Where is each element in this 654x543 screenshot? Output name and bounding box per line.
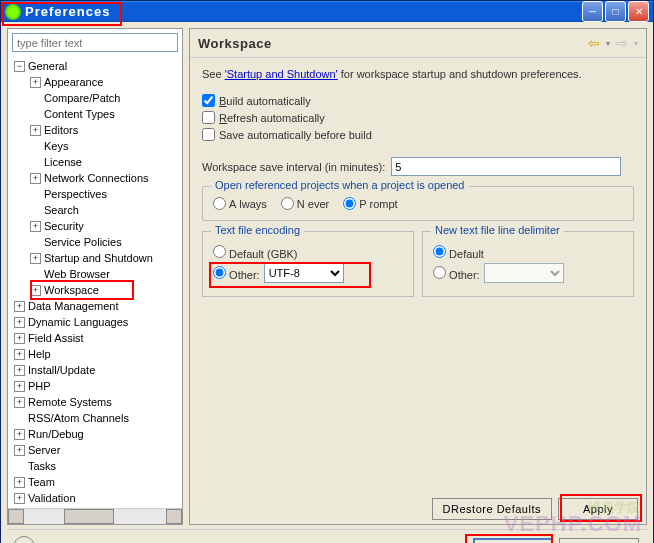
expand-icon[interactable]: +: [30, 77, 41, 88]
refresh-automatically-checkbox[interactable]: [202, 111, 215, 124]
tree-item[interactable]: +Appearance: [8, 74, 182, 90]
delimiter-other-radio[interactable]: Other:: [433, 266, 480, 281]
expand-icon[interactable]: +: [14, 317, 25, 328]
expand-icon[interactable]: +: [30, 173, 41, 184]
expand-icon[interactable]: +: [14, 349, 25, 360]
expand-icon[interactable]: +: [30, 221, 41, 232]
open-referenced-group-title: Open referenced projects when a project …: [211, 179, 469, 191]
expand-icon[interactable]: +: [14, 381, 25, 392]
tree-item[interactable]: +Data Management: [8, 298, 182, 314]
ok-button[interactable]: OK: [473, 538, 553, 543]
scroll-right-arrow[interactable]: [166, 509, 182, 524]
see-link-text: See 'Startup and Shutdown' for workspace…: [202, 68, 634, 80]
tree-item[interactable]: +Validation: [8, 490, 182, 506]
expand-icon[interactable]: +: [30, 285, 41, 296]
expand-icon[interactable]: −: [14, 61, 25, 72]
help-icon[interactable]: ?: [13, 536, 35, 543]
app-icon: [5, 4, 21, 20]
filter-input[interactable]: [12, 33, 178, 52]
expand-icon[interactable]: +: [14, 445, 25, 456]
startup-shutdown-link[interactable]: 'Startup and Shutdown': [225, 68, 338, 80]
tree-item[interactable]: License: [8, 154, 182, 170]
tree-item[interactable]: Compare/Patch: [8, 90, 182, 106]
build-automatically-checkbox[interactable]: [202, 94, 215, 107]
preferences-tree-panel: −General+AppearanceCompare/PatchContent …: [7, 28, 183, 525]
tree-item[interactable]: −General: [8, 58, 182, 74]
tree-item[interactable]: +Security: [8, 218, 182, 234]
preferences-tree[interactable]: −General+AppearanceCompare/PatchContent …: [8, 56, 182, 508]
tree-item[interactable]: Search: [8, 202, 182, 218]
tree-item[interactable]: +Server: [8, 442, 182, 458]
expand-icon[interactable]: +: [14, 397, 25, 408]
preferences-content-panel: Workspace ⇦▾ ⇨▾ See 'Startup and Shutdow…: [189, 28, 647, 525]
delimiter-select: [484, 263, 564, 283]
minimize-button[interactable]: ─: [582, 1, 603, 22]
scroll-thumb[interactable]: [64, 509, 114, 524]
tree-item[interactable]: +PHP: [8, 378, 182, 394]
build-automatically-label: BBuild automaticallyuild automatically: [219, 95, 311, 107]
tree-item[interactable]: Keys: [8, 138, 182, 154]
close-button[interactable]: ✕: [628, 1, 649, 22]
expand-icon[interactable]: +: [30, 125, 41, 136]
tree-item[interactable]: Service Policies: [8, 234, 182, 250]
tree-item[interactable]: +Startup and Shutdown: [8, 250, 182, 266]
tree-item[interactable]: RSS/Atom Channels: [8, 410, 182, 426]
save-interval-input[interactable]: [391, 157, 621, 176]
tree-item[interactable]: +Run/Debug: [8, 426, 182, 442]
tree-item[interactable]: Perspectives: [8, 186, 182, 202]
restore-defaults-button[interactable]: DRestore DefaultsRestore Defaults: [432, 498, 552, 520]
tree-item[interactable]: +Network Connections: [8, 170, 182, 186]
scroll-left-arrow[interactable]: [8, 509, 24, 524]
tree-item[interactable]: +Field Assist: [8, 330, 182, 346]
expand-icon[interactable]: +: [30, 253, 41, 264]
tree-item[interactable]: Tasks: [8, 458, 182, 474]
save-interval-label: Workspace save interval (in minutes):: [202, 161, 385, 173]
tree-item[interactable]: +Install/Update: [8, 362, 182, 378]
maximize-button[interactable]: □: [605, 1, 626, 22]
save-before-build-checkbox[interactable]: [202, 128, 215, 141]
tree-item[interactable]: +Help: [8, 346, 182, 362]
refresh-automatically-label: Refresh automatically: [219, 112, 325, 124]
encoding-group-title: Text file encoding: [211, 224, 304, 236]
window-title: Preferences: [25, 4, 582, 19]
tree-item[interactable]: +Dynamic Languages: [8, 314, 182, 330]
delimiter-group-title: New text file line delimiter: [431, 224, 564, 236]
apply-button[interactable]: Apply: [558, 498, 638, 520]
open-never-radio[interactable]: Never: [281, 197, 329, 210]
expand-icon[interactable]: +: [14, 493, 25, 504]
tree-horizontal-scrollbar[interactable]: [8, 508, 182, 524]
tree-item[interactable]: +Editors: [8, 122, 182, 138]
encoding-default-radio[interactable]: Default (GBK): [213, 245, 298, 260]
expand-icon[interactable]: +: [14, 333, 25, 344]
titlebar[interactable]: Preferences ─ □ ✕: [1, 1, 653, 22]
tree-item[interactable]: Content Types: [8, 106, 182, 122]
nav-back-icon[interactable]: ⇦: [586, 35, 602, 51]
cancel-button[interactable]: Cancel: [559, 538, 639, 543]
tree-item[interactable]: +Workspace: [8, 282, 182, 298]
page-title: Workspace: [198, 36, 586, 51]
expand-icon[interactable]: +: [14, 365, 25, 376]
open-always-radio[interactable]: Always: [213, 197, 267, 210]
expand-icon[interactable]: +: [14, 301, 25, 312]
delimiter-default-radio[interactable]: Default: [433, 245, 484, 260]
open-prompt-radio[interactable]: Prompt: [343, 197, 397, 210]
save-before-build-label: Save automatically before build: [219, 129, 372, 141]
tree-item[interactable]: Web Browser: [8, 266, 182, 282]
tree-item[interactable]: +Remote Systems: [8, 394, 182, 410]
nav-forward-icon: ⇨: [614, 35, 630, 51]
encoding-select[interactable]: UTF-8: [264, 263, 344, 283]
tree-item[interactable]: +Team: [8, 474, 182, 490]
expand-icon[interactable]: +: [14, 429, 25, 440]
expand-icon[interactable]: +: [14, 477, 25, 488]
encoding-other-radio[interactable]: Other:: [213, 266, 260, 281]
